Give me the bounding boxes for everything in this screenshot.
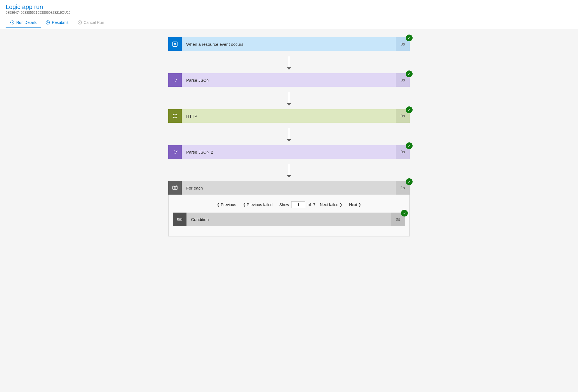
http-icon — [168, 109, 182, 123]
of-label: of — [308, 202, 311, 207]
foreach-wrapper: For each 1s ✓ ❮ Previous ❮ Previous fail… — [168, 181, 410, 236]
previous-chevron-icon: ❮ — [217, 203, 220, 207]
trigger-icon — [168, 37, 182, 51]
parse-json-2-status: ✓ — [406, 142, 413, 149]
total-label: 7 — [313, 202, 315, 207]
connector-4 — [289, 164, 289, 176]
step-trigger[interactable]: When a resource event occurs 0s ✓ — [168, 37, 410, 51]
foreach-label: For each — [182, 186, 396, 190]
step-http[interactable]: HTTP 0s ✓ — [168, 109, 410, 123]
step-parse-json-1[interactable]: {/} Parse JSON 0s ✓ — [168, 73, 410, 87]
cancel-run-button[interactable]: Cancel Run — [73, 18, 109, 28]
trigger-label: When a resource event occurs — [182, 42, 396, 47]
next-label: Next — [349, 202, 357, 207]
foreach-container: ❮ Previous ❮ Previous failed Show of 7 N… — [168, 195, 410, 236]
next-failed-button[interactable]: Next failed ❯ — [318, 201, 345, 208]
resubmit-label: Resubmit — [52, 20, 68, 25]
http-status: ✓ — [406, 106, 413, 113]
step-parse-json-2-wrapper: {/} Parse JSON 2 0s ✓ — [168, 145, 410, 159]
svg-rect-12 — [175, 186, 177, 190]
next-failed-label: Next failed — [320, 202, 338, 207]
parse-json-1-label: Parse JSON — [182, 78, 396, 83]
previous-label: Previous — [221, 202, 236, 207]
foreach-nav: ❮ Previous ❮ Previous failed Show of 7 N… — [173, 199, 405, 213]
page-header: Logic app run 08586474958885521053806082… — [0, 0, 578, 29]
trigger-status: ✓ — [406, 35, 413, 41]
run-details-button[interactable]: Run Details — [6, 18, 41, 28]
parse-json-2-label: Parse JSON 2 — [182, 150, 396, 154]
cancel-run-icon — [78, 20, 82, 25]
previous-failed-label: Previous failed — [247, 202, 273, 207]
svg-rect-11 — [173, 186, 175, 190]
parse-json-2-icon: {/} — [168, 145, 182, 159]
condition-status: ✓ — [401, 210, 408, 216]
step-http-wrapper: HTTP 0s ✓ — [168, 109, 410, 123]
parse-json-1-icon: {/} — [168, 73, 182, 87]
svg-text:{/}: {/} — [173, 150, 178, 154]
condition-label: Condition — [186, 217, 391, 222]
run-details-icon — [10, 20, 15, 25]
foreach-header: For each 1s ✓ — [168, 181, 410, 195]
resubmit-icon — [45, 20, 50, 25]
svg-text:{/}: {/} — [173, 78, 178, 82]
step-parse-json-1-wrapper: {/} Parse JSON 0s ✓ — [168, 73, 410, 87]
parse-json-1-status: ✓ — [406, 70, 413, 77]
show-input[interactable] — [291, 201, 305, 208]
previous-button[interactable]: ❮ Previous — [215, 201, 238, 208]
run-id: 085864749588855210538060828219CU25 — [6, 11, 572, 15]
foreach-status: ✓ — [406, 178, 413, 185]
step-condition[interactable]: Condition 0s ✓ — [173, 213, 405, 226]
connector-3 — [289, 128, 289, 140]
resubmit-button[interactable]: Resubmit — [41, 18, 73, 28]
toolbar: Run Details Resubmit Cancel Run — [6, 17, 572, 29]
connector-2 — [289, 92, 289, 104]
run-details-label: Run Details — [16, 20, 37, 25]
previous-failed-button[interactable]: ❮ Previous failed — [241, 201, 275, 208]
next-failed-chevron-icon: ❯ — [340, 203, 342, 207]
page-title: Logic app run — [6, 3, 572, 11]
next-button[interactable]: Next ❯ — [347, 201, 363, 208]
cancel-run-label: Cancel Run — [84, 20, 104, 25]
flow-container: When a resource event occurs 0s ✓ {/} Pa… — [168, 37, 410, 236]
step-parse-json-2[interactable]: {/} Parse JSON 2 0s ✓ — [168, 145, 410, 159]
canvas: When a resource event occurs 0s ✓ {/} Pa… — [0, 29, 578, 392]
show-label: Show — [279, 202, 289, 207]
step-for-each[interactable]: For each 1s ✓ — [168, 181, 410, 195]
previous-failed-chevron-icon: ❮ — [243, 203, 246, 207]
http-label: HTTP — [182, 114, 396, 118]
foreach-bottom-spacer — [173, 226, 405, 232]
next-chevron-icon: ❯ — [358, 203, 361, 207]
step-trigger-wrapper: When a resource event occurs 0s ✓ — [168, 37, 410, 51]
condition-icon — [173, 213, 186, 226]
connector-1 — [289, 56, 289, 68]
foreach-icon — [168, 181, 182, 195]
step-condition-wrapper: Condition 0s ✓ — [173, 213, 405, 226]
